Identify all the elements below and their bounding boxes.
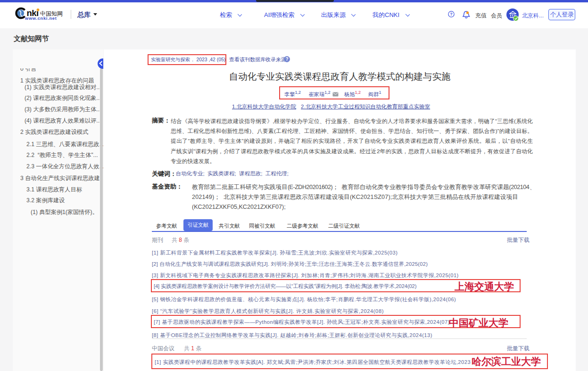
svg-text:?: ?: [450, 12, 452, 16]
svg-text:www.cnki.net: www.cnki.net: [25, 16, 57, 21]
